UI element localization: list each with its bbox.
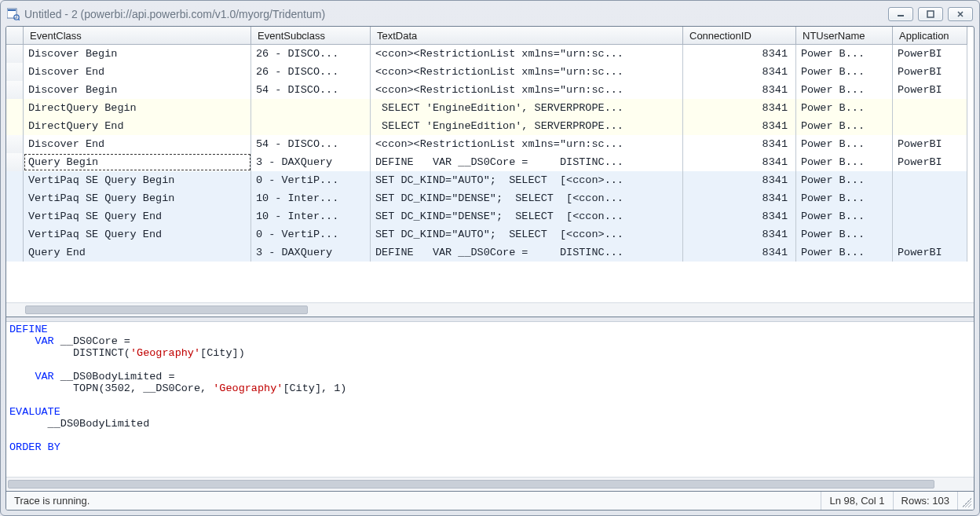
cell-c5[interactable]: Power B... xyxy=(796,171,893,189)
table-row[interactable]: Discover Begin54 - DISCO...<ccon><Restri… xyxy=(6,81,974,99)
cell-c6[interactable] xyxy=(893,171,967,189)
cell-c1[interactable]: VertiPaq SE Query Begin xyxy=(24,171,251,189)
cell-c6[interactable] xyxy=(893,207,967,225)
cell-c4[interactable]: 8341 xyxy=(683,81,796,99)
table-row[interactable]: DirectQuery End SELECT 'EngineEdition', … xyxy=(6,117,974,135)
cell-c3[interactable]: <ccon><RestrictionList xmlns="urn:sc... xyxy=(371,135,683,153)
row-selector[interactable] xyxy=(6,117,24,135)
table-row[interactable]: VertiPaq SE Query Begin10 - Inter...SET … xyxy=(6,189,974,207)
row-selector[interactable] xyxy=(6,153,24,171)
row-selector[interactable] xyxy=(6,207,24,225)
row-selector[interactable] xyxy=(6,189,24,207)
grid-body[interactable]: Discover Begin26 - DISCO...<ccon><Restri… xyxy=(6,45,974,262)
cell-c1[interactable]: Query Begin xyxy=(24,153,251,171)
table-row[interactable]: Query End3 - DAXQueryDEFINE VAR __DS0Cor… xyxy=(6,243,974,262)
table-row[interactable]: VertiPaq SE Query End10 - Inter...SET DC… xyxy=(6,207,974,225)
cell-c2[interactable]: 3 - DAXQuery xyxy=(251,243,371,262)
cell-c1[interactable]: VertiPaq SE Query Begin xyxy=(24,189,251,207)
cell-c4[interactable]: 8341 xyxy=(683,153,796,171)
cell-c4[interactable]: 8341 xyxy=(683,63,796,81)
maximize-button[interactable] xyxy=(918,7,943,21)
minimize-button[interactable] xyxy=(888,7,913,21)
cell-c5[interactable]: Power B... xyxy=(796,189,893,207)
cell-c5[interactable]: Power B... xyxy=(796,207,893,225)
cell-c6[interactable]: PowerBI xyxy=(893,135,967,153)
cell-c1[interactable]: Discover Begin xyxy=(24,45,251,63)
grid-hscrollbar[interactable] xyxy=(6,302,974,317)
cell-c4[interactable]: 8341 xyxy=(683,225,796,243)
cell-c5[interactable]: Power B... xyxy=(796,225,893,243)
cell-c1[interactable]: Discover End xyxy=(24,63,251,81)
row-selector[interactable] xyxy=(6,45,24,63)
cell-c2[interactable]: 0 - VertiP... xyxy=(251,225,371,243)
cell-c3[interactable]: SELECT 'EngineEdition', SERVERPROPE... xyxy=(371,99,683,117)
cell-c4[interactable]: 8341 xyxy=(683,117,796,135)
cell-c5[interactable]: Power B... xyxy=(796,117,893,135)
cell-c3[interactable]: <ccon><RestrictionList xmlns="urn:sc... xyxy=(371,45,683,63)
row-selector[interactable] xyxy=(6,99,24,117)
cell-c6[interactable]: PowerBI xyxy=(893,81,967,99)
code-hscroll-thumb[interactable] xyxy=(8,480,934,489)
cell-c3[interactable]: <ccon><RestrictionList xmlns="urn:sc... xyxy=(371,63,683,81)
cell-c5[interactable]: Power B... xyxy=(796,243,893,262)
cell-c1[interactable]: DirectQuery Begin xyxy=(24,99,251,117)
col-eventsubclass[interactable]: EventSubclass xyxy=(251,27,371,45)
cell-c3[interactable]: SET DC_KIND="DENSE"; SELECT [<ccon... xyxy=(371,189,683,207)
code-hscrollbar[interactable] xyxy=(6,477,974,491)
col-eventclass[interactable]: EventClass xyxy=(24,27,251,45)
row-selector[interactable] xyxy=(6,135,24,153)
table-row[interactable]: VertiPaq SE Query End0 - VertiP...SET DC… xyxy=(6,225,974,243)
cell-c3[interactable]: SET DC_KIND="AUTO"; SELECT [<ccon>... xyxy=(371,171,683,189)
cell-c5[interactable]: Power B... xyxy=(796,135,893,153)
row-selector[interactable] xyxy=(6,171,24,189)
cell-c1[interactable]: Query End xyxy=(24,243,251,262)
cell-c4[interactable]: 8341 xyxy=(683,171,796,189)
cell-c2[interactable]: 26 - DISCO... xyxy=(251,45,371,63)
cell-c5[interactable]: Power B... xyxy=(796,81,893,99)
row-selector[interactable] xyxy=(6,81,24,99)
cell-c2[interactable]: 26 - DISCO... xyxy=(251,63,371,81)
cell-c6[interactable] xyxy=(893,117,967,135)
close-button[interactable] xyxy=(948,7,973,21)
table-row[interactable]: VertiPaq SE Query Begin0 - VertiP...SET … xyxy=(6,171,974,189)
table-row[interactable]: Discover Begin26 - DISCO...<ccon><Restri… xyxy=(6,45,974,63)
cell-c5[interactable]: Power B... xyxy=(796,99,893,117)
table-row[interactable]: Discover End26 - DISCO...<ccon><Restrict… xyxy=(6,63,974,81)
cell-c6[interactable] xyxy=(893,99,967,117)
row-selector[interactable] xyxy=(6,225,24,243)
cell-c6[interactable] xyxy=(893,189,967,207)
cell-c3[interactable]: SELECT 'EngineEdition', SERVERPROPE... xyxy=(371,117,683,135)
grid-hscroll-thumb[interactable] xyxy=(25,306,308,314)
cell-c3[interactable]: SET DC_KIND="DENSE"; SELECT [<ccon... xyxy=(371,207,683,225)
cell-c5[interactable]: Power B... xyxy=(796,63,893,81)
cell-c3[interactable]: DEFINE VAR __DS0Core = DISTINC... xyxy=(371,243,683,262)
cell-c6[interactable]: PowerBI xyxy=(893,153,967,171)
table-row[interactable]: DirectQuery Begin SELECT 'EngineEdition'… xyxy=(6,99,974,117)
trace-grid[interactable]: EventClass EventSubclass TextData Connec… xyxy=(6,27,974,317)
cell-c3[interactable]: SET DC_KIND="AUTO"; SELECT [<ccon>... xyxy=(371,225,683,243)
cell-c2[interactable]: 54 - DISCO... xyxy=(251,135,371,153)
cell-c2[interactable]: 0 - VertiP... xyxy=(251,171,371,189)
cell-c3[interactable]: DEFINE VAR __DS0Core = DISTINC... xyxy=(371,153,683,171)
cell-c2[interactable]: 10 - Inter... xyxy=(251,189,371,207)
col-ntusername[interactable]: NTUserName xyxy=(796,27,893,45)
cell-c2[interactable]: 10 - Inter... xyxy=(251,207,371,225)
cell-c5[interactable]: Power B... xyxy=(796,45,893,63)
cell-c4[interactable]: 8341 xyxy=(683,189,796,207)
cell-c5[interactable]: Power B... xyxy=(796,153,893,171)
cell-c4[interactable]: 8341 xyxy=(683,99,796,117)
cell-c4[interactable]: 8341 xyxy=(683,207,796,225)
cell-c6[interactable]: PowerBI xyxy=(893,63,967,81)
cell-c4[interactable]: 8341 xyxy=(683,243,796,262)
cell-c6[interactable]: PowerBI xyxy=(893,45,967,63)
cell-c4[interactable]: 8341 xyxy=(683,135,796,153)
row-selector[interactable] xyxy=(6,63,24,81)
cell-c1[interactable]: Discover End xyxy=(24,135,251,153)
col-connectionid[interactable]: ConnectionID xyxy=(683,27,796,45)
cell-c1[interactable]: VertiPaq SE Query End xyxy=(24,225,251,243)
cell-c1[interactable]: DirectQuery End xyxy=(24,117,251,135)
grid-header[interactable]: EventClass EventSubclass TextData Connec… xyxy=(6,27,974,45)
cell-c1[interactable]: VertiPaq SE Query End xyxy=(24,207,251,225)
cell-c1[interactable]: Discover Begin xyxy=(24,81,251,99)
table-row[interactable]: Query Begin3 - DAXQueryDEFINE VAR __DS0C… xyxy=(6,153,974,171)
